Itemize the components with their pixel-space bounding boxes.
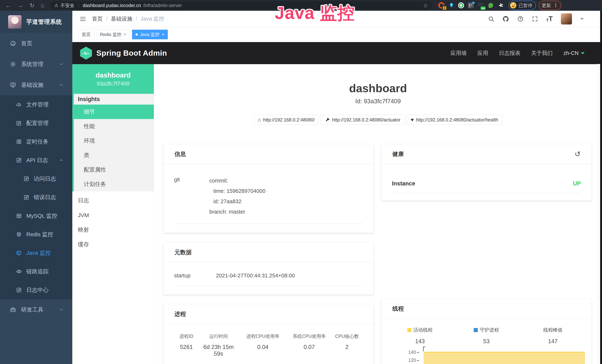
browser-back-icon[interactable]: ← <box>6 3 11 8</box>
address-bar[interactable]: ⚠ 不安全 dashboard.yudao.iocoder.cn/infra/a… <box>50 1 432 10</box>
instance-name: dashboard <box>96 71 130 79</box>
security-warning-icon[interactable]: ⚠ <box>54 3 58 8</box>
browser-menu-dots-icon[interactable]: ⋮ <box>553 2 558 8</box>
extension-icon-green-circle[interactable] <box>458 2 464 8</box>
sidebar-item-api-log[interactable]: API 日志 <box>0 151 72 170</box>
page-scrollbar[interactable] <box>597 64 600 364</box>
chevron-down-icon <box>581 52 585 56</box>
monitor-check-icon <box>10 82 16 88</box>
metadata-card-body: startup 2021-04-27T00:44:31.254+08:00 <box>163 262 374 295</box>
sidebar-item-trace[interactable]: 链路追踪 <box>0 262 72 281</box>
sidebar-item-label: 文件管理 <box>26 101 49 108</box>
close-icon[interactable]: × <box>162 32 164 37</box>
hamburger-icon[interactable] <box>79 16 86 22</box>
edit-icon <box>16 120 22 126</box>
log-edit-icon <box>16 157 22 163</box>
browser-update-button[interactable]: 更新 ⋮ <box>539 1 561 10</box>
sidenav-item-details[interactable]: 细节 <box>72 105 154 119</box>
sidebar-item-access-log[interactable]: 访问日志 <box>0 170 72 188</box>
sba-header: Spring Boot Admin 应用墙 应用 日志报表 关于我们 zh-CN <box>72 42 602 64</box>
sidebar-item-home[interactable]: 首页 <box>0 33 72 54</box>
sidebar-item-error-log[interactable]: 错误日志 <box>0 188 72 207</box>
sidenav-item-metrics[interactable]: 性能 <box>74 119 154 134</box>
history-icon[interactable]: ↺ <box>575 150 580 158</box>
fullscreen-icon[interactable] <box>532 16 538 22</box>
log-edit-icon <box>23 176 30 182</box>
profile-status-label: 已暂停 <box>519 2 532 9</box>
metadata-card: 元数据 startup 2021-04-27T00:44:31.254+08:0… <box>163 243 374 295</box>
status-badge: UP <box>573 180 581 187</box>
extensions-area: 1 on <box>438 2 504 9</box>
tag-java-active[interactable]: Java 监控 × <box>132 30 168 39</box>
sprout-icon <box>488 3 494 8</box>
sidebar-item-redis[interactable]: Redis 监控 <box>0 225 72 244</box>
sidenav-item-scheduled-tasks[interactable]: 计划任务 <box>74 177 154 191</box>
sba-title[interactable]: Spring Boot Admin <box>97 49 167 57</box>
tag-label: 首页 <box>82 32 91 37</box>
card-title: 进程 <box>174 310 186 318</box>
sba-nav-journal[interactable]: 日志报表 <box>499 50 520 57</box>
service-url-button[interactable]: ⌂ http://192.168.0.2:48080/ <box>254 115 319 125</box>
sidenav-item-caches[interactable]: 缓存 <box>72 237 154 252</box>
help-icon[interactable] <box>517 16 524 22</box>
tag-redis[interactable]: Redis 监控 × <box>97 30 130 39</box>
sidenav-item-config-props[interactable]: 配置属性 <box>74 162 154 177</box>
sba-locale-select[interactable]: zh-CN <box>563 50 585 56</box>
sidebar-item-infra[interactable]: 基础设施 <box>0 75 72 95</box>
sidebar-item-config[interactable]: 配置管理 <box>0 114 72 132</box>
sidebar-item-job[interactable]: 定时任务 <box>0 132 72 151</box>
sidebar-item-java-monitor[interactable]: Java 监控 <box>0 244 72 262</box>
extensions-puzzle-button[interactable] <box>497 2 504 9</box>
spring-boot-admin-logo[interactable] <box>80 47 92 60</box>
active-dot <box>136 33 138 36</box>
extension-icon-pin[interactable] <box>448 2 455 9</box>
user-avatar[interactable] <box>561 13 572 24</box>
sidebar-item-dev-tools[interactable]: 研发工具 <box>0 299 72 320</box>
breadcrumb: 首页 / 基础设施 / Java 监控 <box>92 15 164 23</box>
sidebar-item-system[interactable]: 系统管理 <box>0 54 72 75</box>
sidebar-item-log-center[interactable]: 日志中心 <box>0 281 72 299</box>
tag-home[interactable]: 首页 <box>78 30 94 39</box>
sidenav-item-logs[interactable]: 日志 <box>72 193 154 208</box>
extension-icon-switch[interactable]: on <box>477 2 484 9</box>
breadcrumb-infra[interactable]: 基础设施 <box>111 15 132 23</box>
browser-forward-icon[interactable]: → <box>18 3 23 8</box>
sba-nav-wall[interactable]: 应用墙 <box>451 50 467 57</box>
health-url-button[interactable]: ♥ http://192.168.0.2:48080/actuator/heal… <box>407 115 502 125</box>
actuator-url-button[interactable]: http://192.168.0.2:48080/actuator <box>321 115 405 125</box>
extension-icon-columns[interactable] <box>467 2 474 9</box>
health-card-header: 健康 ↺ <box>381 144 592 164</box>
process-uptime: 6d 23h 15m 59s <box>199 344 238 357</box>
github-icon[interactable] <box>502 16 509 22</box>
sidenav-item-mappings[interactable]: 映射 <box>72 223 154 237</box>
sba-nav-applications[interactable]: 应用 <box>477 50 488 57</box>
close-icon[interactable]: × <box>124 32 126 37</box>
font-size-icon[interactable]: TT <box>546 16 553 22</box>
sidenav-item-classes[interactable]: 类 <box>74 148 154 162</box>
sidenav-item-environment[interactable]: 环境 <box>74 134 154 148</box>
search-icon[interactable] <box>488 16 494 22</box>
extension-icon-orange[interactable]: 1 <box>438 2 445 9</box>
app-logo-row[interactable]: 芋道管理系统 <box>0 11 72 33</box>
address-divider <box>78 3 79 8</box>
user-caret-icon[interactable] <box>580 18 584 22</box>
bookmark-star-icon[interactable]: ☆ <box>423 2 428 9</box>
browser-profile-button[interactable]: 已暂停 <box>509 1 536 10</box>
sidebar-item-mysql[interactable]: MySQL 监控 <box>0 207 72 225</box>
sba-nav-about[interactable]: 关于我们 <box>531 50 553 57</box>
breadcrumb-home[interactable]: 首页 <box>92 15 103 23</box>
legend-daemon-label: 守护进程 <box>480 327 499 333</box>
annotation-overlay-text: Java 监控 <box>275 1 355 25</box>
page-title: dashboard <box>154 82 602 95</box>
instance-sidebar: dashboard 93a3fc7f7409 Insights 细节 性能 环境… <box>72 64 154 364</box>
log-edit-icon <box>23 194 30 200</box>
process-card-header: 进程 <box>163 304 374 324</box>
sidenav-item-jvm[interactable]: JVM <box>72 208 154 223</box>
sidebar-item-label: 日志中心 <box>26 286 49 294</box>
extension-icon-sprout[interactable] <box>487 2 494 9</box>
browser-home-icon[interactable]: ⌂ <box>41 3 44 8</box>
security-label[interactable]: 不安全 <box>60 2 74 9</box>
app-sidebar: 芋道管理系统 首页 系统管理 基础设施 <box>0 11 72 364</box>
sidebar-item-file[interactable]: 文件管理 <box>0 95 72 114</box>
browser-reload-icon[interactable]: ↻ <box>30 3 34 8</box>
